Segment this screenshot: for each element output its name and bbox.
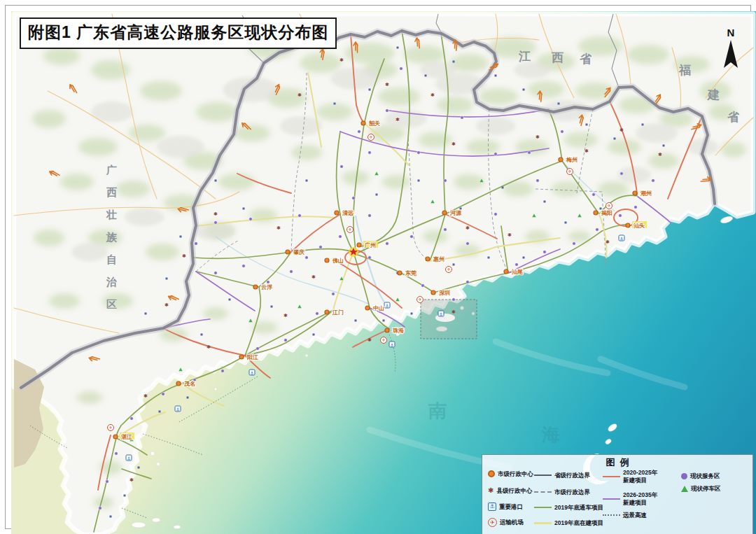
- opened-2019-sample: [534, 507, 552, 508]
- svg-text:✈: ✈: [447, 267, 450, 272]
- legend-item-city-boundary: 市级行政边界: [534, 489, 590, 496]
- capital-star: [349, 247, 358, 257]
- svg-text:✱: ✱: [430, 92, 435, 97]
- svg-text:✱: ✱: [465, 225, 470, 230]
- construction-2019-sample: [534, 522, 552, 524]
- north-label: N: [717, 27, 745, 38]
- svg-text:⚓: ⚓: [176, 407, 179, 412]
- svg-text:✱: ✱: [385, 82, 389, 87]
- svg-text:✱: ✱: [164, 302, 169, 307]
- svg-text:南: 南: [428, 400, 447, 421]
- north-arrow: N: [717, 27, 745, 73]
- svg-text:✱: ✱: [396, 117, 400, 122]
- svg-text:✱: ✱: [130, 477, 134, 482]
- svg-text:自: 自: [106, 253, 117, 265]
- legend-item-county-center: ✱ 县级行政中心: [488, 487, 532, 494]
- legend-item-new-2026-2035: 2026-2035年 新建项目: [603, 491, 657, 507]
- svg-text:✱: ✱: [451, 141, 456, 146]
- svg-text:茂名: 茂名: [183, 381, 195, 387]
- svg-text:广: 广: [106, 164, 117, 176]
- svg-text:云浮: 云浮: [261, 284, 273, 290]
- svg-text:佛山: 佛山: [332, 258, 344, 264]
- legend-item-construction-2019: 2019年底在建项目: [534, 520, 603, 526]
- svg-text:中山: 中山: [373, 305, 384, 311]
- svg-text:✱: ✱: [182, 253, 186, 258]
- svg-text:✱: ✱: [620, 127, 624, 132]
- svg-text:⚓: ⚓: [127, 456, 130, 461]
- legend-title: 图例: [482, 456, 752, 469]
- map-frame: ✱✱✱✱✱✱✱✱✱✱✱✱✱✱✱✱✱✱✱✱✱✱✱✱✈✈✈✈✈✈✈✈⚓⚓⚓⚓⚓⚓⚓广…: [5, 5, 751, 529]
- svg-text:珠海: 珠海: [392, 328, 404, 334]
- svg-text:✱: ✱: [312, 274, 316, 279]
- svg-text:✈: ✈: [382, 338, 385, 342]
- svg-text:✈: ✈: [348, 227, 351, 232]
- svg-text:潮州: 潮州: [640, 190, 652, 197]
- svg-text:✱: ✱: [206, 344, 211, 349]
- legend: 图例 市级行政中心 ✱ 县级行政中心 ⚓ 重要港口 ✈ 运输机场 省级行政边界 …: [482, 454, 753, 534]
- svg-text:河源: 河源: [449, 210, 462, 216]
- page-title: 附图1 广东省高速公路服务区现状分布图: [28, 23, 328, 41]
- svg-text:广州: 广州: [364, 241, 376, 248]
- legend-item-new-2020-2025: 2020-2025年 新建项目: [603, 469, 657, 484]
- svg-text:✈: ✈: [607, 204, 610, 208]
- svg-text:壮: 壮: [106, 209, 117, 220]
- svg-text:湛江: 湛江: [120, 434, 132, 440]
- svg-text:✈: ✈: [369, 135, 372, 139]
- svg-text:肇庆: 肇庆: [293, 249, 304, 255]
- svg-text:✱: ✱: [298, 92, 302, 97]
- legend-item-airport: ✈ 运输机场: [488, 518, 524, 527]
- svg-text:东莞: 东莞: [405, 269, 417, 276]
- svg-text:西: 西: [106, 186, 117, 198]
- port-icon: ⚓: [488, 503, 496, 511]
- svg-text:✱: ✱: [340, 57, 344, 62]
- visionary-expressway-sample: [603, 514, 620, 516]
- svg-text:✱: ✱: [144, 393, 148, 398]
- svg-text:区: 区: [106, 298, 117, 310]
- parking-area-icon: [681, 486, 688, 492]
- svg-text:福: 福: [678, 64, 691, 77]
- svg-text:⚓: ⚓: [620, 237, 623, 241]
- provincial-boundary-sample: [534, 475, 552, 476]
- svg-text:治: 治: [106, 276, 117, 288]
- new-2026-2035-sample: [603, 498, 620, 500]
- new-2020-2025-sample: [603, 476, 620, 477]
- svg-text:汕尾: 汕尾: [511, 269, 523, 275]
- svg-text:阳江: 阳江: [247, 354, 258, 360]
- legend-item-visionary-expressway: 远景高速: [603, 512, 647, 519]
- north-arrow-icon: [720, 38, 741, 71]
- svg-text:省: 省: [727, 111, 740, 124]
- svg-text:建: 建: [707, 88, 720, 101]
- svg-text:✱: ✱: [368, 337, 372, 342]
- svg-text:⚓: ⚓: [250, 371, 253, 375]
- svg-text:族: 族: [106, 231, 118, 243]
- svg-text:✱: ✱: [214, 211, 218, 216]
- county-center-icon: ✱: [488, 487, 493, 494]
- legend-item-opened-2019: 2019年底通车项目: [534, 505, 603, 511]
- svg-text:⚓: ⚓: [385, 304, 388, 308]
- svg-text:惠州: 惠州: [433, 256, 444, 262]
- page: { "title": "附图1 广东省高速公路服务区现状分布图", "north…: [0, 0, 756, 534]
- svg-text:✱: ✱: [658, 152, 662, 157]
- svg-text:✱: ✱: [536, 134, 540, 139]
- svg-text:深圳: 深圳: [439, 290, 450, 296]
- svg-text:✱: ✱: [276, 225, 281, 230]
- svg-text:✈: ✈: [568, 169, 571, 174]
- city-center-icon: [488, 470, 495, 477]
- svg-text:✱: ✱: [451, 309, 456, 314]
- svg-text:韶关: 韶关: [369, 120, 380, 127]
- svg-text:揭阳: 揭阳: [601, 210, 612, 216]
- svg-text:汕头: 汕头: [633, 223, 645, 229]
- svg-text:清远: 清远: [342, 210, 354, 216]
- legend-item-city-center: 市级行政中心: [488, 470, 533, 477]
- svg-text:✈: ✈: [108, 426, 112, 430]
- svg-text:江: 江: [518, 50, 531, 63]
- svg-text:西: 西: [551, 51, 564, 64]
- svg-text:梅州: 梅州: [566, 157, 578, 163]
- map-title-box: 附图1 广东省高速公路服务区现状分布图: [20, 17, 337, 49]
- hongkong-region: [421, 300, 477, 339]
- svg-text:⚓: ⚓: [390, 343, 393, 347]
- legend-item-service-area: 现状服务区: [681, 473, 720, 479]
- svg-text:省: 省: [580, 52, 592, 66]
- legend-item-port: ⚓ 重要港口: [488, 503, 523, 511]
- legend-item-parking-area: 现状停车区: [681, 486, 721, 492]
